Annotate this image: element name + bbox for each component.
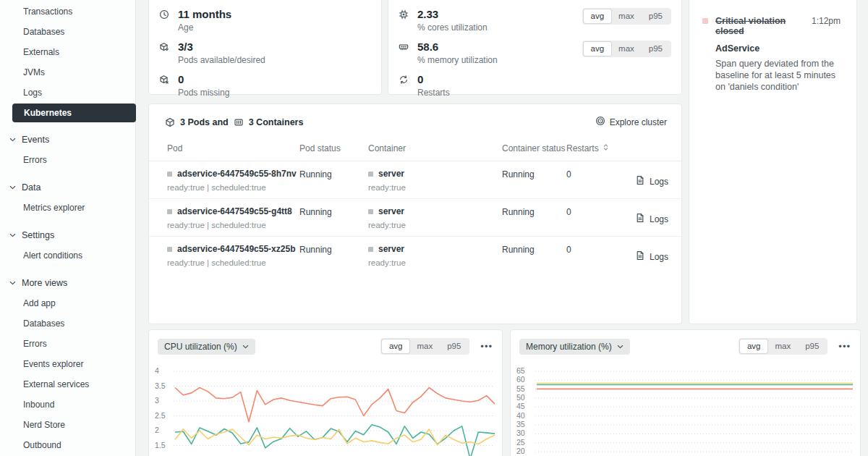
stat-label: Pods missing <box>178 88 229 98</box>
sidebar-item-label: Databases <box>23 27 64 37</box>
memory-chart-toggle: avgmaxp95 <box>739 338 827 355</box>
violation-description: Span query deviated from the baseline fo… <box>715 58 841 93</box>
sidebar-item-databases[interactable]: Databases <box>0 22 135 42</box>
chevron-down-icon <box>9 182 16 193</box>
pods-count-label: 3 Pods and <box>180 117 229 127</box>
memory-utilization-chart[interactable]: 65605550454035302520 <box>511 363 860 456</box>
violation-title[interactable]: Critical violation closed <box>715 16 806 36</box>
memory-toggle-p95[interactable]: p95 <box>642 42 670 56</box>
cpu-toggle-avg[interactable]: avg <box>584 9 612 23</box>
sidebar-section-label: Data <box>22 182 41 193</box>
cpu-chart-toggle-max[interactable]: max <box>409 339 440 353</box>
memory-chart-toggle-max[interactable]: max <box>767 339 798 353</box>
series-cpu-teal <box>175 425 495 456</box>
sidebar-item-events-explorer[interactable]: Events explorer <box>0 354 135 374</box>
sidebar-item-kubernetes[interactable]: Kubernetes <box>12 104 136 122</box>
y-axis-tick-label: 30 <box>516 428 525 437</box>
pod-cell[interactable]: adservice-6447549c55-xz25b ready:true | … <box>167 244 299 267</box>
column-label: Pod status <box>299 143 341 153</box>
sidebar-item-label: Kubernetes <box>24 108 72 118</box>
sidebar-item-label: Add app <box>23 298 56 308</box>
logs-label: Logs <box>650 252 668 262</box>
pod-cube-icon <box>165 117 175 127</box>
memory-toggle-max[interactable]: max <box>611 42 642 56</box>
sidebar-item-errors[interactable]: Errors <box>0 334 135 354</box>
pod-status: Running <box>299 206 368 229</box>
column-header-container: Container <box>368 143 502 153</box>
sidebar-item-outbound[interactable]: Outbound <box>0 435 135 455</box>
container-cell[interactable]: server ready:true <box>368 169 502 192</box>
stat-label: % memory utilization <box>417 55 498 65</box>
column-header-restarts[interactable]: Restarts <box>566 143 635 153</box>
sidebar-item-databases[interactable]: Databases <box>0 313 135 334</box>
container-name: server <box>378 244 404 254</box>
pods-card-title: 3 Pods and 3 Containers <box>165 117 303 127</box>
sidebar-section-settings[interactable]: Settings <box>0 225 135 245</box>
sidebar-item-externals[interactable]: Externals <box>0 42 135 62</box>
pod-table-row: adservice-6447549c55-g4tt8 ready:true | … <box>149 199 681 237</box>
column-header-pod: Pod <box>167 143 299 153</box>
sidebar-item-errors[interactable]: Errors <box>0 150 135 170</box>
sidebar-section-events[interactable]: Events <box>0 130 135 150</box>
container-cell[interactable]: server ready:true <box>368 206 502 229</box>
container-name: server <box>378 169 404 179</box>
cpu-utilization-chart[interactable]: 43.532.521.5 <box>149 363 502 456</box>
restarts-value: 0 <box>566 169 635 192</box>
cpu-chart-menu-button[interactable]: ••• <box>480 343 493 350</box>
container-cell[interactable]: server ready:true <box>368 244 502 267</box>
y-axis-tick-label: 4 <box>155 366 159 375</box>
stat-value: 0 <box>178 73 229 85</box>
sidebar-item-jvms[interactable]: JVMs <box>0 62 135 83</box>
column-header-container-status: Container status <box>502 143 566 153</box>
sidebar-item-label: Metrics explorer <box>23 203 85 213</box>
sidebar-item-nerd-store[interactable]: Nerd Store <box>0 415 135 435</box>
utilization-summary-card: 2.33% cores utilizationavgmaxp9558.6% me… <box>388 0 682 95</box>
stat-restarts: 0Restarts <box>399 73 671 98</box>
sidebar-item-inbound[interactable]: Inbound <box>0 394 135 415</box>
sidebar-section-more-views[interactable]: More views <box>0 273 135 293</box>
series-cpu-orange <box>175 388 495 422</box>
y-axis-tick-label: 1.5 <box>155 441 166 449</box>
container-status: Running <box>502 169 566 192</box>
container-name: server <box>378 206 404 216</box>
y-axis-tick-label: 45 <box>516 402 525 410</box>
memory-chart-toggle-p95[interactable]: p95 <box>798 339 826 353</box>
column-label: Container <box>368 143 406 153</box>
stat-value: 0 <box>417 73 450 85</box>
sidebar-section-data[interactable]: Data <box>0 177 135 198</box>
sidebar-item-label: External services <box>23 379 89 389</box>
cpu-toggle-max[interactable]: max <box>611 9 642 23</box>
cpu-metric-dropdown[interactable]: CPU utilization (%) <box>158 339 255 355</box>
sidebar-item-external-services[interactable]: External services <box>0 374 135 394</box>
pod-name: adservice-6447549c55-xz25b <box>177 244 295 254</box>
explore-cluster-button[interactable]: Explore cluster <box>595 116 667 128</box>
cpu-chart-toggle-avg[interactable]: avg <box>382 339 410 353</box>
pod-cell[interactable]: adservice-6447549c55-8h7nv ready:true | … <box>167 169 299 192</box>
sidebar-item-label: Inbound <box>23 400 54 410</box>
sort-icon[interactable] <box>603 143 609 153</box>
memory-toggle-avg[interactable]: avg <box>584 42 612 56</box>
memory-toggle: avgmaxp95 <box>582 41 671 57</box>
logs-button[interactable]: Logs <box>635 169 668 192</box>
sidebar-item-metrics-explorer[interactable]: Metrics explorer <box>0 198 135 218</box>
sidebar-item-logs[interactable]: Logs <box>0 83 135 103</box>
sidebar-item-add-app[interactable]: Add app <box>0 293 135 313</box>
pod-name: adservice-6447549c55-g4tt8 <box>177 206 292 216</box>
document-icon <box>635 250 645 263</box>
cpu-toggle-p95[interactable]: p95 <box>642 9 670 23</box>
logs-button[interactable]: Logs <box>635 244 668 267</box>
y-axis-tick-label: 20 <box>516 447 525 455</box>
pod-missing-icon <box>159 73 178 88</box>
pod-cell[interactable]: adservice-6447549c55-g4tt8 ready:true | … <box>167 206 299 229</box>
sidebar-item-alert-conditions[interactable]: Alert conditions <box>0 245 135 266</box>
logs-button[interactable]: Logs <box>635 206 668 229</box>
sidebar-item-transactions[interactable]: Transactions <box>0 1 135 22</box>
restarts-value: 0 <box>566 244 635 267</box>
memory-chart-toggle-avg[interactable]: avg <box>740 339 768 353</box>
y-axis-tick-label: 65 <box>516 366 525 375</box>
container-square-icon <box>368 209 373 214</box>
cpu-chart-toggle-p95[interactable]: p95 <box>440 339 468 353</box>
container-icon <box>234 117 244 127</box>
memory-chart-menu-button[interactable]: ••• <box>838 343 851 350</box>
memory-metric-dropdown[interactable]: Memory utilization (%) <box>519 339 630 355</box>
